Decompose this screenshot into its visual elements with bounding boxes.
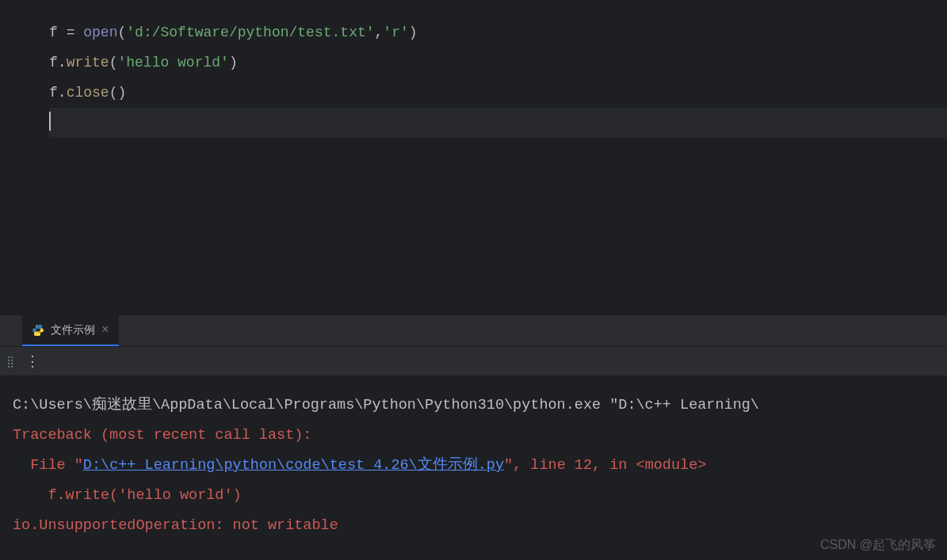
code-editor[interactable]: f = open('d:/Software/python/test.txt','… <box>0 0 947 314</box>
code-content[interactable]: f = open('d:/Software/python/test.txt','… <box>17 0 947 314</box>
terminal-output[interactable]: C:\Users\痴迷故里\AppData\Local\Programs\Pyt… <box>0 376 947 541</box>
method-close: close <box>67 85 109 101</box>
string-literal: 'r' <box>383 25 408 40</box>
code-line-4[interactable] <box>49 108 947 138</box>
more-actions-icon[interactable]: ⋮ <box>25 352 38 370</box>
svg-point-0 <box>36 326 36 326</box>
code-line-3[interactable]: f.close() <box>49 78 947 108</box>
string-literal: 'hello world' <box>117 55 228 70</box>
file-link[interactable]: D:\c++ Learning\python\code\test 4.26\文件… <box>83 457 504 474</box>
close-icon[interactable]: × <box>101 323 109 337</box>
watermark: CSDN @起飞的风筝 <box>820 537 936 554</box>
operator: = <box>67 25 75 40</box>
traceback-code-line: f.write('hello world') <box>13 481 934 511</box>
python-icon <box>32 324 44 337</box>
svg-point-1 <box>39 333 40 334</box>
builtin-open: open <box>83 25 117 40</box>
traceback-file-line: File "D:\c++ Learning\python\code\test 4… <box>13 451 934 481</box>
error-message: io.UnsupportedOperation: not writable <box>13 511 934 541</box>
code-line-2[interactable]: f.write('hello world') <box>49 48 947 78</box>
line-gutter <box>0 0 17 314</box>
traceback-header: Traceback (most recent call last): <box>13 421 934 451</box>
drag-handle-icon[interactable]: ⣿ <box>6 355 14 368</box>
string-literal: 'd:/Software/python/test.txt' <box>126 25 374 40</box>
code-line-1[interactable]: f = open('d:/Software/python/test.txt','… <box>49 17 947 48</box>
variable: f <box>49 25 58 40</box>
terminal-command-line: C:\Users\痴迷故里\AppData\Local\Programs\Pyt… <box>13 390 934 421</box>
terminal-toolbar: ⣿ ⋮ <box>0 346 947 376</box>
run-tab-bar: 文件示例 × <box>0 314 947 346</box>
method-write: write <box>67 55 109 70</box>
tab-label: 文件示例 <box>51 323 95 337</box>
cursor <box>49 112 51 131</box>
run-tab[interactable]: 文件示例 × <box>22 315 119 346</box>
